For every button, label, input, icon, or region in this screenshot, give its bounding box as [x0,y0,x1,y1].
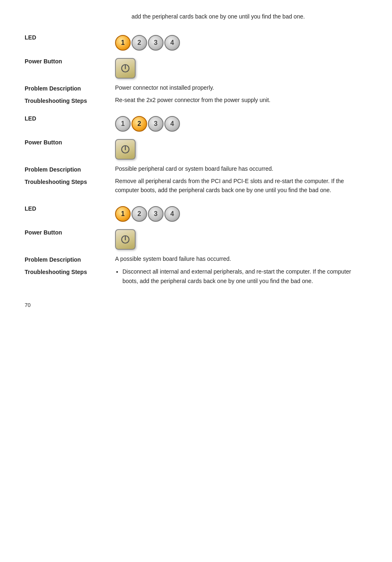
diagnostic-section-2: LED 1 2 3 4 Power Button [25,114,367,195]
led-row-3: LED 1 2 3 4 [25,204,367,224]
power-button-icon-2 [115,137,367,161]
led-2-1: 1 [115,116,131,132]
led-2-4: 4 [164,116,180,132]
trouble-list-item-3-1: Disconnect all internal and external per… [122,267,367,286]
led-1-3: 3 [148,35,164,51]
power-button-icon-3 [115,228,367,251]
intro-text: add the peripheral cards back one by one… [131,12,367,21]
trouble-row-3: Troubleshooting Steps Disconnect all int… [25,267,367,286]
led-row-2: LED 1 2 3 4 [25,114,367,134]
trouble-text-1: Re-seat the 2x2 power connector from the… [115,96,367,105]
page-content: add the peripheral cards back one by one… [25,12,367,308]
led-2-2: 2 [131,116,147,132]
problem-row-3: Problem Description A possible system bo… [25,255,367,264]
problem-label-2: Problem Description [25,165,115,173]
trouble-label-3: Troubleshooting Steps [25,267,115,275]
led-indicators-1: 1 2 3 4 [115,33,367,53]
problem-text-3: A possible system board failure has occu… [115,255,367,264]
led-label-3: LED [25,204,115,212]
led-3-2: 2 [131,206,147,222]
diagnostic-section-3: LED 1 2 3 4 Power Button [25,204,367,285]
power-button-row-2: Power Button [25,137,367,161]
led-1-4: 4 [164,35,180,51]
trouble-list-3: Disconnect all internal and external per… [115,267,367,286]
problem-text-1: Power connector not installed properly. [115,84,367,93]
problem-label-1: Problem Description [25,84,115,92]
led-indicators-2: 1 2 3 4 [115,114,367,134]
led-1-1: 1 [115,35,131,51]
problem-row-2: Problem Description Possible peripheral … [25,165,367,174]
power-button-1 [115,58,136,79]
power-button-2 [115,139,136,160]
problem-label-3: Problem Description [25,255,115,263]
led-2-3: 3 [148,116,164,132]
trouble-text-2: Remove all peripheral cards from the PCI… [115,177,367,195]
power-button-3 [115,229,136,250]
led-3-4: 4 [164,206,180,222]
power-button-icon-1 [115,56,367,80]
trouble-label-2: Troubleshooting Steps [25,177,115,185]
power-button-label-3: Power Button [25,228,115,236]
led-label-1: LED [25,33,115,41]
led-1-2: 2 [131,35,147,51]
trouble-row-2: Troubleshooting Steps Remove all periphe… [25,177,367,195]
led-3-1: 1 [115,206,131,222]
trouble-label-1: Troubleshooting Steps [25,96,115,104]
trouble-row-1: Troubleshooting Steps Re-seat the 2x2 po… [25,96,367,105]
problem-row-1: Problem Description Power connector not … [25,84,367,93]
power-button-row-1: Power Button [25,56,367,80]
led-3-3: 3 [148,206,164,222]
page-number: 70 [25,302,367,308]
problem-text-2: Possible peripheral card or system board… [115,165,367,174]
led-label-2: LED [25,114,115,122]
diagnostic-section-1: LED 1 2 3 4 Power Button [25,33,367,105]
power-button-row-3: Power Button [25,228,367,251]
led-row-1: LED 1 2 3 4 [25,33,367,53]
led-indicators-3: 1 2 3 4 [115,204,367,224]
power-button-label-1: Power Button [25,56,115,65]
power-button-label-2: Power Button [25,137,115,146]
